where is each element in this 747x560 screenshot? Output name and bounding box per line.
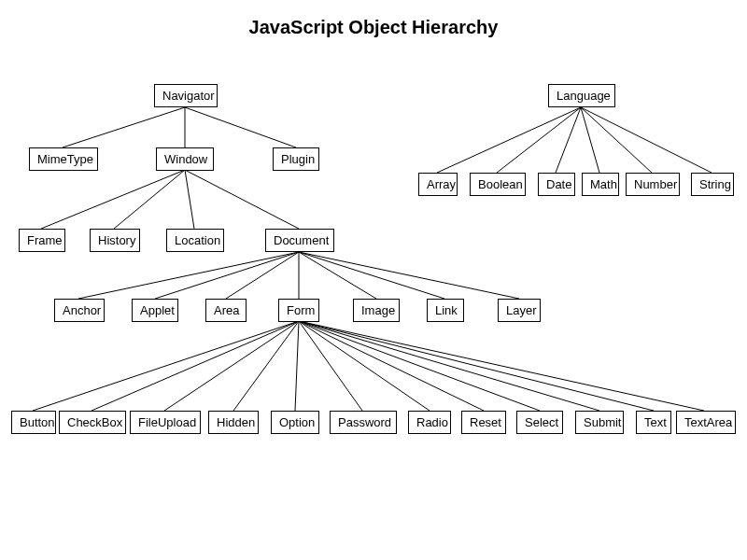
node-document: Document — [265, 229, 334, 252]
svg-line-23 — [233, 321, 299, 411]
svg-line-6 — [581, 107, 599, 173]
node-frame: Frame — [19, 229, 65, 252]
svg-line-19 — [299, 252, 519, 299]
svg-line-9 — [41, 170, 185, 229]
node-area: Area — [205, 299, 247, 322]
node-language: Language — [548, 84, 615, 107]
node-password: Password — [330, 411, 397, 434]
svg-line-24 — [295, 321, 299, 411]
svg-line-10 — [114, 170, 185, 229]
node-radio: Radio — [408, 411, 451, 434]
svg-line-18 — [299, 252, 444, 299]
node-link: Link — [427, 299, 464, 322]
svg-line-15 — [226, 252, 299, 299]
node-form: Form — [278, 299, 319, 322]
svg-line-14 — [155, 252, 299, 299]
node-textarea: TextArea — [676, 411, 736, 434]
node-text: Text — [636, 411, 671, 434]
node-date: Date — [538, 173, 575, 196]
svg-line-22 — [164, 321, 299, 411]
node-number: Number — [626, 173, 680, 196]
svg-line-4 — [497, 107, 581, 173]
node-window: Window — [156, 147, 214, 171]
node-fileupload: FileUpload — [130, 411, 201, 434]
svg-line-13 — [78, 252, 299, 299]
svg-line-7 — [581, 107, 652, 173]
svg-line-27 — [299, 321, 484, 411]
node-submit: Submit — [575, 411, 624, 434]
node-layer: Layer — [498, 299, 541, 322]
node-math: Math — [582, 173, 619, 196]
svg-line-25 — [299, 321, 362, 411]
svg-line-21 — [92, 321, 299, 411]
svg-line-12 — [185, 170, 299, 229]
node-hidden: Hidden — [208, 411, 259, 434]
svg-line-20 — [33, 321, 299, 411]
node-applet: Applet — [132, 299, 178, 322]
svg-line-5 — [556, 107, 581, 173]
svg-line-31 — [299, 321, 704, 411]
svg-line-17 — [299, 252, 376, 299]
node-string: String — [691, 173, 734, 196]
svg-line-30 — [299, 321, 654, 411]
svg-line-3 — [437, 107, 581, 173]
node-anchor: Anchor — [54, 299, 105, 322]
svg-line-28 — [299, 321, 540, 411]
node-select: Select — [516, 411, 563, 434]
node-reset: Reset — [461, 411, 506, 434]
node-mimetype: MimeType — [29, 147, 98, 171]
node-plugin: Plugin — [273, 147, 319, 171]
node-option: Option — [271, 411, 319, 434]
svg-line-11 — [185, 170, 194, 229]
svg-line-8 — [581, 107, 712, 173]
diagram-title: JavaScript Object Hierarchy — [0, 17, 747, 38]
node-boolean: Boolean — [470, 173, 526, 196]
node-button: Button — [11, 411, 56, 434]
node-history: History — [90, 229, 140, 252]
svg-line-0 — [63, 107, 185, 147]
node-location: Location — [166, 229, 224, 252]
node-array: Array — [418, 173, 458, 196]
node-checkbox: CheckBox — [59, 411, 126, 434]
svg-line-29 — [299, 321, 599, 411]
node-image: Image — [353, 299, 400, 322]
svg-line-26 — [299, 321, 430, 411]
connector-lines — [0, 0, 747, 560]
svg-line-2 — [185, 107, 296, 147]
node-navigator: Navigator — [154, 84, 218, 107]
